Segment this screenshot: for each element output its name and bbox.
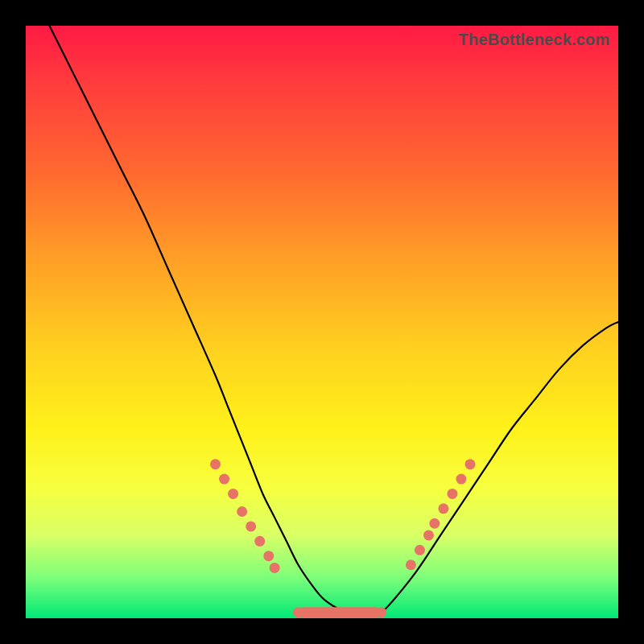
data-marker	[429, 518, 440, 529]
chart-frame: TheBottleneck.com	[0, 0, 644, 644]
data-marker	[406, 559, 416, 570]
data-marker	[423, 530, 434, 540]
data-marker	[456, 474, 466, 485]
trough-marker-cap	[376, 607, 386, 617]
data-marker	[246, 521, 256, 531]
bottleneck-curve	[49, 26, 618, 616]
data-markers	[210, 459, 475, 573]
data-marker	[219, 474, 229, 485]
data-marker	[254, 536, 265, 547]
data-marker	[270, 563, 280, 573]
data-marker	[210, 459, 221, 469]
bottom-marker-bar	[293, 607, 386, 617]
data-marker	[228, 489, 238, 499]
chart-svg	[26, 26, 618, 618]
trough-marker-cap	[293, 607, 303, 617]
data-marker	[415, 545, 425, 555]
trough-marker	[299, 607, 382, 617]
chart-plot-area: TheBottleneck.com	[26, 26, 618, 618]
data-marker	[438, 503, 448, 514]
data-marker	[465, 459, 476, 469]
data-marker	[447, 489, 457, 499]
data-marker	[237, 506, 247, 517]
data-marker	[263, 551, 274, 561]
